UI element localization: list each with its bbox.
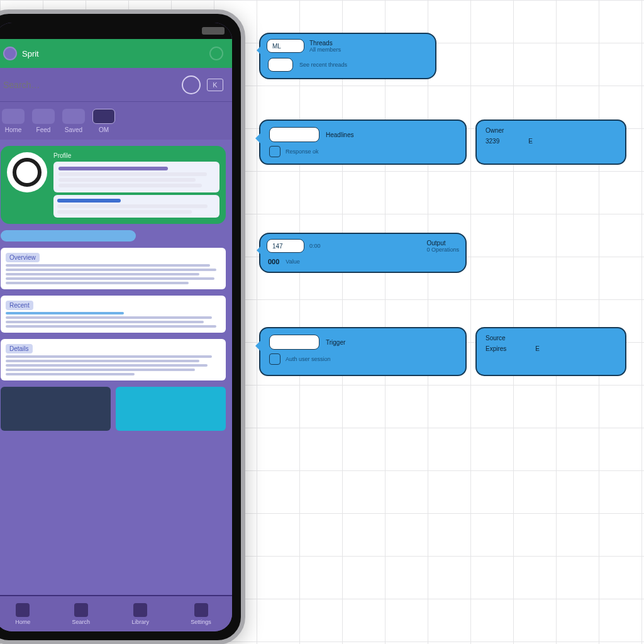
bubble-chip[interactable]: [268, 58, 293, 72]
content-area: Profile: [0, 140, 232, 595]
tab-saved[interactable]: Saved: [62, 109, 85, 133]
panel-key: Expires: [486, 345, 506, 352]
annotation-bubble-3[interactable]: 147 0:00 Output 0 Operations 000 Value: [259, 233, 467, 273]
bubble-value-label: 000: [268, 258, 279, 265]
panel-val: E: [535, 345, 540, 352]
notification-icon[interactable]: [209, 47, 223, 60]
bolt-icon: [269, 353, 280, 365]
nav-home[interactable]: Home: [15, 603, 30, 625]
bubble-field[interactable]: 147: [267, 239, 304, 253]
section-title: Details: [6, 344, 33, 353]
tab-om[interactable]: OM: [92, 109, 115, 133]
library-icon: [133, 603, 147, 617]
thumbnail-card[interactable]: [1, 387, 111, 431]
gear-icon: [194, 603, 208, 617]
bubble-subtitle: All members: [309, 47, 341, 53]
bubble-line: 0 Operations: [426, 247, 459, 253]
tab-row: Home Feed Saved OM: [0, 102, 232, 140]
tab-feed[interactable]: Feed: [32, 109, 55, 133]
section-overview[interactable]: Overview: [1, 248, 226, 289]
phone-screen: Sprit K Home Feed Saved: [0, 23, 232, 631]
bottom-nav: Home Search Library Settings: [0, 595, 232, 631]
grid-canvas: Sprit K Home Feed Saved: [0, 0, 644, 644]
section-details[interactable]: Details: [1, 339, 226, 380]
menu-icon[interactable]: [3, 47, 17, 60]
annotation-bubble-1[interactable]: ML Threads All members See recent thread…: [259, 33, 436, 79]
panel-row: Auth user session: [286, 356, 331, 362]
profile-heading: Profile: [53, 152, 219, 159]
panel-val: E: [528, 138, 533, 145]
search-shortcut: K: [207, 79, 223, 91]
profile-card[interactable]: Profile: [1, 146, 226, 224]
nav-library[interactable]: Library: [131, 603, 149, 625]
bubble-title: Threads: [309, 40, 341, 47]
bubble-title: Output: [426, 240, 459, 247]
avatar: [7, 152, 47, 192]
bubble-line: Value: [286, 258, 299, 265]
bubble-extra: 0:00: [309, 243, 321, 249]
annotation-panel-2[interactable]: Headlines Response ok Owner 3239 E: [259, 119, 626, 165]
thumbnail-card[interactable]: [116, 387, 226, 431]
search-icon: [74, 603, 88, 617]
voice-search-icon[interactable]: [182, 75, 201, 94]
panel-field[interactable]: [269, 127, 319, 142]
tab-home[interactable]: Home: [2, 109, 25, 133]
bubble-line: See recent threads: [299, 62, 347, 68]
nav-search[interactable]: Search: [72, 603, 91, 625]
status-indicator: [202, 27, 225, 35]
panel-key: 3239: [486, 138, 499, 145]
bubble-field[interactable]: ML: [267, 39, 304, 53]
panel-key: Source: [486, 335, 506, 341]
annotation-panel-4[interactable]: Trigger Auth user session Source Expires…: [259, 327, 626, 376]
search-input[interactable]: [3, 80, 175, 90]
panel-title: Headlines: [326, 131, 353, 138]
section-title: Overview: [6, 253, 40, 262]
panel-key: Owner: [486, 127, 504, 134]
phone-frame: Sprit K Home Feed Saved: [0, 9, 245, 644]
section-title: Recent: [6, 301, 33, 310]
panel-row: Response ok: [286, 148, 319, 155]
app-top-bar: Sprit: [0, 39, 232, 68]
link-icon: [269, 146, 280, 157]
status-bar: [0, 23, 232, 39]
panel-title: Trigger: [326, 339, 345, 346]
search-row: K: [0, 68, 232, 102]
section-recent[interactable]: Recent: [1, 296, 226, 333]
avatar-icon: [13, 158, 42, 187]
panel-field[interactable]: [269, 335, 319, 350]
pill-banner[interactable]: [1, 230, 136, 242]
home-icon: [16, 603, 30, 617]
nav-settings[interactable]: Settings: [191, 603, 211, 625]
app-title: Sprit: [22, 49, 39, 58]
